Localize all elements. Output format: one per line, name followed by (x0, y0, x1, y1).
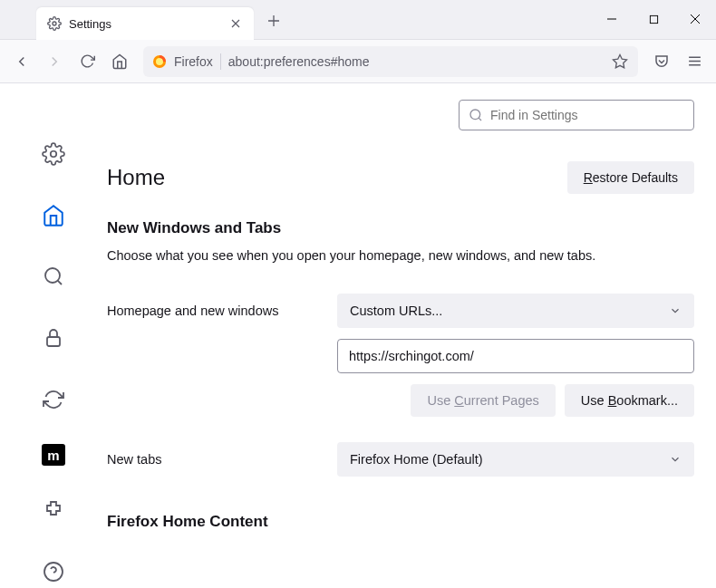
main-panel: Home Restore Defaults New Windows and Ta… (107, 83, 716, 588)
reload-button[interactable] (73, 47, 102, 76)
sidebar-item-home[interactable] (35, 199, 72, 232)
new-tab-button[interactable] (259, 6, 288, 35)
url-context: Firefox (174, 54, 213, 69)
find-in-settings[interactable] (459, 100, 694, 130)
svg-point-0 (53, 22, 56, 25)
tab-title: Settings (69, 17, 219, 31)
find-in-settings-input[interactable] (490, 108, 684, 122)
forward-button[interactable] (40, 47, 69, 76)
minimize-button[interactable] (591, 0, 633, 39)
close-tab-button[interactable] (227, 14, 245, 33)
close-window-button[interactable] (674, 0, 716, 39)
sidebar-item-help[interactable] (35, 555, 72, 588)
svg-point-11 (470, 110, 480, 120)
search-icon (469, 108, 483, 122)
sidebar-item-search[interactable] (35, 260, 72, 293)
sidebar-item-privacy[interactable] (35, 322, 72, 354)
homepage-select-value: Custom URLs... (350, 304, 442, 318)
url-text: about:preferences#home (228, 54, 604, 69)
svg-point-6 (45, 268, 60, 283)
homepage-select[interactable]: Custom URLs... (337, 294, 694, 328)
page-title: Home (107, 165, 165, 190)
firefox-icon (152, 54, 167, 69)
toolbar: Firefox about:preferences#home (0, 40, 716, 83)
svg-point-3 (156, 58, 163, 65)
chevron-down-icon (669, 453, 682, 466)
gear-icon (47, 16, 62, 31)
maximize-button[interactable] (633, 0, 674, 39)
svg-point-9 (44, 563, 63, 581)
use-bookmark-button[interactable]: Use Bookmark... (565, 384, 694, 417)
svg-line-12 (479, 118, 481, 120)
chevron-down-icon (669, 304, 682, 317)
newtabs-select[interactable]: Firefox Home (Default) (337, 442, 694, 477)
section-desc: Choose what you see when you open your h… (107, 246, 701, 266)
browser-tab[interactable]: Settings (36, 7, 254, 40)
svg-marker-4 (614, 54, 627, 67)
homepage-url-input[interactable] (337, 339, 694, 373)
content: m Home Restore Defaults New Windows and … (0, 83, 716, 588)
sidebar-item-extensions[interactable] (35, 495, 72, 527)
sidebar: m (0, 83, 107, 588)
restore-defaults-button[interactable]: Restore Defaults (567, 161, 694, 194)
titlebar: Settings (0, 0, 716, 40)
section-title-home-content: Firefox Home Content (107, 513, 701, 531)
pocket-button[interactable] (647, 47, 676, 76)
svg-rect-1 (650, 15, 657, 23)
svg-line-7 (58, 281, 62, 284)
use-current-pages-button[interactable]: Use Current Pages (411, 384, 555, 417)
sidebar-item-general[interactable] (35, 138, 72, 170)
window-controls (591, 0, 716, 39)
newtabs-select-value: Firefox Home (Default) (350, 452, 483, 467)
sidebar-item-sync[interactable] (35, 383, 72, 416)
home-button[interactable] (105, 47, 134, 76)
bookmark-star-icon[interactable] (611, 53, 629, 71)
url-bar[interactable]: Firefox about:preferences#home (143, 46, 638, 77)
svg-point-5 (51, 151, 57, 158)
sidebar-item-more[interactable]: m (42, 444, 65, 465)
section-title-windows-tabs: New Windows and Tabs (107, 219, 701, 237)
back-button[interactable] (7, 47, 36, 76)
svg-rect-8 (47, 337, 60, 346)
url-separator (220, 53, 221, 70)
app-menu-button[interactable] (680, 47, 709, 76)
homepage-label: Homepage and new windows (107, 304, 324, 318)
newtabs-label: New tabs (107, 452, 324, 467)
